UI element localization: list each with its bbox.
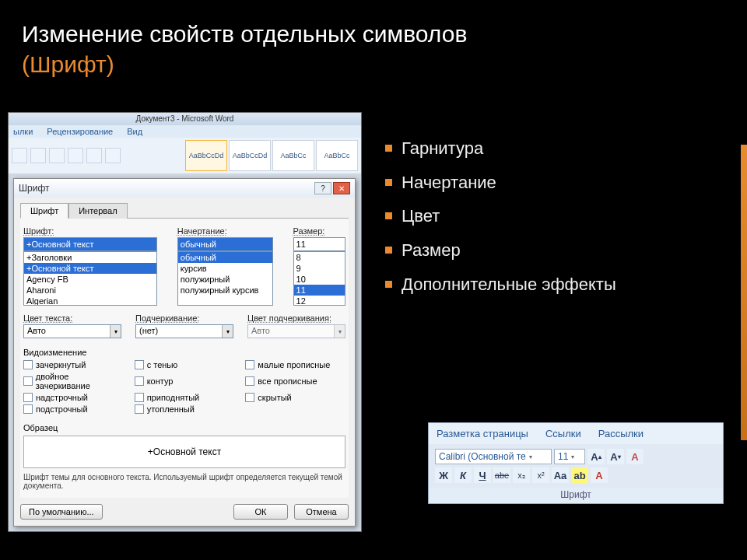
list-item[interactable]: 11 [294,285,345,296]
ribbon-tab[interactable]: Ссылки [545,428,581,439]
bullet-item: Начертание [402,171,496,194]
list-numbers-icon[interactable] [30,148,46,163]
style-chip[interactable]: AaBbCc [316,140,358,171]
ok-button[interactable]: ОК [233,504,288,520]
clear-format-icon[interactable]: A [626,449,644,464]
label-color: Цвет текста: [23,313,121,323]
list-item[interactable]: обычный [178,252,272,263]
style-chip[interactable]: AaBbCcDd [185,140,227,171]
checkbox-strike[interactable]: зачеркнутый [23,360,124,369]
label-effects: Видоизменение [23,348,345,357]
checkbox-emboss[interactable]: приподнятый [135,393,235,402]
ribbon-tab[interactable]: Вид [127,127,142,136]
grow-font-icon[interactable]: A▴ [587,449,605,464]
default-button[interactable]: По умолчанию... [20,504,103,520]
strike-button[interactable]: abe [493,467,510,483]
size-input[interactable]: 11 [293,237,345,251]
checkbox-outline[interactable]: контур [135,372,235,390]
underline-value: (нет) [136,325,222,338]
ribbon-tabs: ылки Рецензирование Вид [9,125,361,138]
checkbox-allcaps[interactable]: все прописные [245,372,345,390]
list-item[interactable]: 10 [294,274,345,285]
checkbox-dblstrike[interactable]: двойное зачеркивание [23,372,124,390]
dialog-body: Шрифт: +Основной текст +Заголовки +Основ… [20,218,349,498]
underline-button[interactable]: Ч [474,467,491,483]
list-item[interactable]: 8 [294,252,345,263]
list-item[interactable]: 9 [294,263,345,274]
font-name-value: Calibri (Основной те [439,451,526,462]
slide-title: Изменение свойств отдельных символов (Шр… [22,19,467,79]
tab-spacing[interactable]: Интервал [68,203,127,219]
ribbon-toolbar: AaBbCcDd AaBbCcDd AaBbCc AaBbCc [9,138,361,173]
ribbon-tab[interactable]: Рецензирование [47,127,113,136]
font-list[interactable]: +Заголовки +Основной текст Agency FB Aha… [23,251,157,306]
help-icon[interactable]: ? [314,182,331,194]
bullet-item: Гарнитура [402,137,483,160]
checkbox-hidden[interactable]: скрытый [245,393,345,402]
tab-font[interactable]: Шрифт [20,203,68,219]
bullet-item: Дополнительные эффекты [402,273,616,296]
checkbox-smallcaps[interactable]: малые прописные [245,360,345,369]
font-name-combo[interactable]: Calibri (Основной те▾ [435,449,552,464]
dialog-footer: По умолчанию... ОК Отмена [14,498,355,526]
label-underline-color: Цвет подчеркивания: [247,313,345,323]
bullet-item: Размер [402,239,461,262]
font-ribbon-panel: Разметка страницы Ссылки Рассылки Calibr… [428,422,724,504]
font-input[interactable]: +Основной текст [23,237,157,251]
style-chip[interactable]: AaBbCcDd [229,140,271,171]
ribbon-tab[interactable]: Рассылки [598,428,644,439]
pilcrow-icon[interactable] [105,148,121,163]
list-item[interactable]: Aharoni [24,285,156,296]
checkbox-shadow[interactable]: с тенью [135,360,235,369]
style-list[interactable]: обычный курсив полужирный полужирный кур… [177,251,273,306]
indent-decrease-icon[interactable] [49,148,65,163]
list-item[interactable]: полужирный курсив [178,285,272,296]
list-item[interactable]: +Заголовки [24,252,156,263]
indent-increase-icon[interactable] [68,148,83,163]
label-style: Начертание: [177,226,273,236]
preview-box: +Основной текст [23,436,345,468]
subscript-button[interactable]: x₂ [513,467,530,483]
font-size-combo[interactable]: 11▾ [554,449,585,464]
word-window: Документ3 - Microsoft Word ылки Рецензир… [8,112,362,532]
list-item[interactable]: Agency FB [24,274,156,285]
list-item[interactable]: полужирный [178,274,272,285]
style-input[interactable]: обычный [177,237,273,251]
checkbox-engrave[interactable]: утопленный [135,404,235,414]
list-item[interactable]: Algerian [24,296,156,306]
theme-note: Шрифт темы для основного текста. Использ… [23,473,345,490]
highlight-button[interactable]: ab [571,467,588,483]
color-dropdown[interactable]: Авто ▾ [23,324,121,338]
style-chip[interactable]: AaBbCc [272,140,314,171]
close-icon[interactable]: ✕ [333,182,350,194]
size-list[interactable]: 8 9 10 11 12 [293,251,345,306]
label-preview: Образец [23,423,345,432]
font-color-button[interactable]: A [591,467,608,483]
label-size: Размер: [293,226,345,236]
bullet-icon [385,145,392,152]
list-bullets-icon[interactable] [12,148,27,163]
dialog-title: Шрифт [19,183,49,194]
chevron-down-icon: ▾ [334,325,345,338]
sort-icon[interactable] [86,148,102,163]
font-dialog: Шрифт ? ✕ Шрифт Интервал Шрифт: +Основно… [13,178,356,527]
checkbox-superscript[interactable]: надстрочный [23,393,124,402]
ribbon-tab[interactable]: Разметка страницы [437,428,528,439]
cancel-button[interactable]: Отмена [294,504,349,520]
chevron-down-icon: ▾ [110,325,121,338]
dialog-tabstrip: Шрифт Интервал [14,198,355,218]
panel-label: Шрифт [429,488,723,503]
list-item[interactable]: +Основной текст [24,263,156,274]
superscript-button[interactable]: x² [532,467,549,483]
bold-button[interactable]: Ж [435,467,452,483]
list-item[interactable]: курсив [178,263,272,274]
change-case-button[interactable]: Aa [552,467,569,483]
italic-button[interactable]: К [454,467,472,483]
list-item[interactable]: 12 [294,296,345,306]
shrink-font-icon[interactable]: A▾ [607,449,624,464]
underline-dropdown[interactable]: (нет) ▾ [135,324,233,338]
checkbox-subscript[interactable]: подстрочный [23,404,124,414]
underline-color-dropdown[interactable]: Авто ▾ [247,324,345,338]
ribbon-tab[interactable]: ылки [13,127,33,136]
dialog-titlebar[interactable]: Шрифт ? ✕ [14,179,355,198]
